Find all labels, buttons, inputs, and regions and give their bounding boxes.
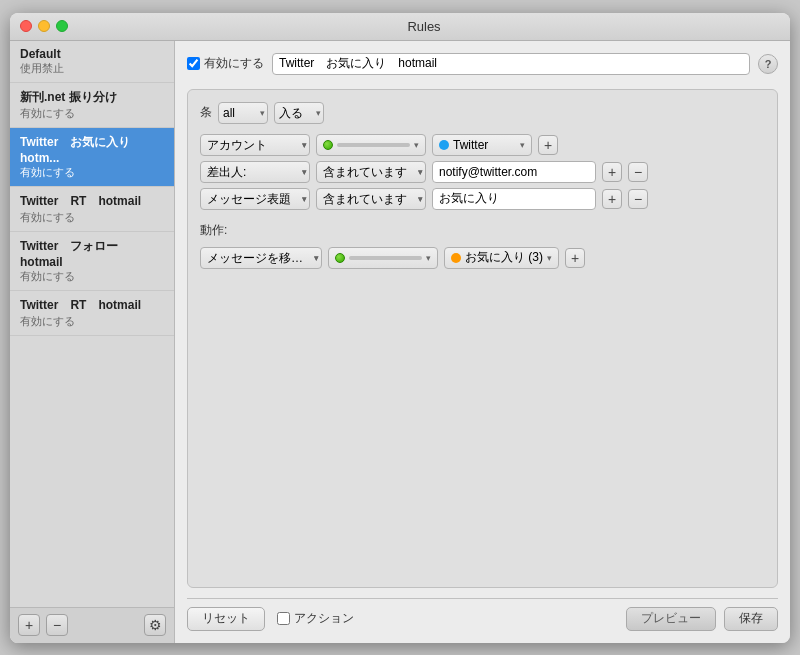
field-select-wrapper-2: メッセージ表題 ▾ [200,188,310,210]
operator-select-1[interactable]: 含まれています [316,161,426,183]
fav-dot-icon [451,253,461,263]
sidebar-item-4[interactable]: Twitter フォロー hotmail 有効にする [10,232,174,291]
account-dot-icon [323,140,333,150]
save-button[interactable]: 保存 [724,607,778,631]
field-select-wrapper-1: 差出人: ▾ [200,161,310,183]
window-title: Rules [68,19,780,34]
operator-select-wrapper-1: 含まれています ▾ [316,161,426,183]
field-select-1[interactable]: 差出人: [200,161,310,183]
sidebar-item-0[interactable]: Default 使用禁止 [10,41,174,83]
action-account-dot-icon [335,253,345,263]
account-picker-0[interactable]: ▾ [316,134,426,156]
sidebar-footer: + − ⚙ [10,607,174,643]
remove-condition-1-button[interactable]: − [628,162,648,182]
reset-button[interactable]: リセット [187,607,265,631]
window: Rules Default 使用禁止 新刊.net 振り分け 有効にする Twi… [10,13,790,643]
twitter-dot-icon [439,140,449,150]
condition-enter-select[interactable]: 入る [274,102,324,124]
close-button[interactable] [20,20,32,32]
action-row-0: メッセージを移… ▾ ▾ お気に入り (3) ▾ [200,247,765,269]
field-select-0[interactable]: アカウント [200,134,310,156]
traffic-lights [20,20,68,32]
remove-condition-2-button[interactable]: − [628,189,648,209]
action-type-select[interactable]: メッセージを移… [200,247,322,269]
gear-button[interactable]: ⚙ [144,614,166,636]
action-section-label: 動作: [200,222,765,239]
field-select-2[interactable]: メッセージ表題 [200,188,310,210]
sidebar-item-3[interactable]: Twitter RT hotmail 有効にする [10,187,174,232]
enabled-checkbox[interactable] [187,57,200,70]
rules-panel: 条 all 入る [187,89,778,588]
add-condition-2-button[interactable]: + [602,189,622,209]
operator-select-wrapper-2: 含まれています ▾ [316,188,426,210]
add-rule-button[interactable]: + [18,614,40,636]
action-type-wrapper: メッセージを移… ▾ [200,247,322,269]
condition-row-1: 差出人: ▾ 含まれています ▾ + − [200,161,765,183]
action-checkbox[interactable] [277,612,290,625]
maximize-button[interactable] [56,20,68,32]
sidebar: Default 使用禁止 新刊.net 振り分け 有効にする Twitter お… [10,41,175,643]
help-button[interactable]: ? [758,54,778,74]
add-condition-1-button[interactable]: + [602,162,622,182]
field-select-wrapper-0: アカウント ▾ [200,134,310,156]
content-area: Default 使用禁止 新刊.net 振り分け 有効にする Twitter お… [10,41,790,643]
twitter-value-0[interactable]: Twitter ▾ [432,134,532,156]
condition-row-0: アカウント ▾ ▾ Twitter [200,134,765,156]
main-header: 有効にする ? [187,53,778,75]
enabled-label: 有効にする [187,55,264,72]
sidebar-item-2[interactable]: Twitter お気に入り hotm... 有効にする [10,128,174,187]
condition-row-2: メッセージ表題 ▾ 含まれています ▾ + − [200,188,765,210]
action-folder-picker[interactable]: お気に入り (3) ▾ [444,247,559,269]
action-account-picker[interactable]: ▾ [328,247,438,269]
add-action-0-button[interactable]: + [565,248,585,268]
sidebar-item-5[interactable]: Twitter RT hotmail 有効にする [10,291,174,336]
add-condition-0-button[interactable]: + [538,135,558,155]
main-panel: 有効にする ? 条 all 入る [175,41,790,643]
condition-all-select[interactable]: all [218,102,268,124]
action-checkbox-area: アクション [277,610,354,627]
conditions-area: アカウント ▾ ▾ Twitter [200,134,765,210]
value-input-2[interactable] [432,188,596,210]
sidebar-list: Default 使用禁止 新刊.net 振り分け 有効にする Twitter お… [10,41,174,607]
minimize-button[interactable] [38,20,50,32]
operator-select-2[interactable]: 含まれています [316,188,426,210]
titlebar: Rules [10,13,790,41]
remove-rule-button[interactable]: − [46,614,68,636]
preview-button[interactable]: プレビュー [626,607,716,631]
main-footer: リセット アクション プレビュー 保存 [187,598,778,631]
rule-name-input[interactable] [272,53,750,75]
condition-header: 条 all 入る [200,102,765,124]
sidebar-item-1[interactable]: 新刊.net 振り分け 有効にする [10,83,174,128]
value-input-1[interactable] [432,161,596,183]
